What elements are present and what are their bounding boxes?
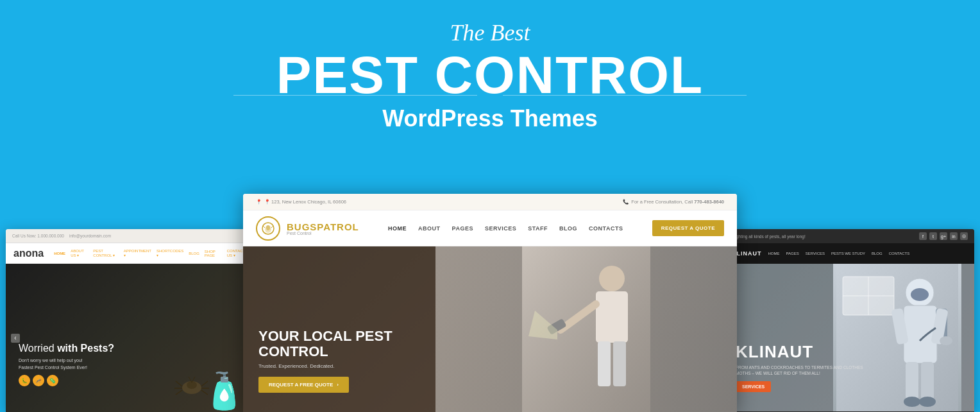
header-subtitle: The Best: [0, 19, 980, 46]
anona-icon-3: 🦠: [47, 375, 58, 386]
klinaut-instagram-icon[interactable]: ◎: [960, 232, 968, 240]
anona-hero-content: Worried with Pests? Don't worry we will …: [19, 342, 114, 386]
bugs-logo-text: BUGSPATROL: [287, 221, 359, 232]
anona-nav-short[interactable]: Shortcodes ▾: [156, 249, 183, 257]
klinaut-nav-contacts[interactable]: CONTACTS: [889, 252, 910, 255]
svg-point-37: [904, 397, 920, 407]
svg-line-4: [176, 390, 182, 395]
svg-rect-29: [904, 305, 937, 363]
klinaut-nav-home[interactable]: HOME: [768, 252, 780, 255]
anona-nav-shop[interactable]: Shop page: [205, 250, 222, 257]
bugs-topbar-right: 📞 For a Free Consultation, Call 770-483-…: [623, 199, 724, 205]
klinaut-twitter-icon[interactable]: t: [929, 232, 937, 240]
bugs-topbar-left: 📍 📍 123, New Lenox Chicago, IL 60606: [256, 199, 346, 205]
bugs-nav-services[interactable]: SERVICES: [485, 225, 516, 232]
bugs-nav-home[interactable]: HOME: [388, 225, 407, 232]
klinaut-nav-services[interactable]: SERVICES: [806, 252, 825, 255]
bugs-topbar: 📍 📍 123, New Lenox Chicago, IL 60606 📞 F…: [243, 194, 737, 210]
bugs-phone: For a Free Consultation, Call 770-483-86…: [631, 199, 724, 205]
svg-point-28: [911, 288, 929, 301]
theme-bugspatrol: 📍 📍 123, New Lenox Chicago, IL 60606 📞 F…: [243, 194, 737, 412]
klinaut-nav-pests[interactable]: PESTS WE STUDY: [831, 252, 865, 255]
anona-logo-text: anona: [13, 248, 44, 259]
header-wp-themes: WordPress Themes: [0, 105, 980, 132]
header-title: PEST CONTROL: [0, 49, 980, 101]
klinaut-hero-content: KLINAUT FROM ANTS AND COCKROACHES TO TER…: [736, 342, 877, 392]
anona-nav-blog[interactable]: Blog: [189, 252, 199, 255]
anona-hero-sub1: Don't worry we will help out you!: [19, 358, 114, 363]
bugs-logo-icon: [256, 216, 280, 241]
klinaut-nav: KLINAUT HOME PAGES SERVICES PESTS WE STU…: [724, 243, 974, 264]
klinaut-social-icons: f t g+ in ◎: [919, 232, 968, 240]
theme-anona: Call Us Now: 1.000.000.000 info@yourdoma…: [6, 229, 256, 412]
anona-topbar-phone: Call Us Now: 1.000.000.000: [12, 234, 64, 238]
anona-hero-sub2: Fastest Pest Control System Ever!: [19, 365, 114, 370]
theme-klinaut: ...fighting all kinds of pests, all year…: [724, 229, 974, 412]
anona-nav-pest[interactable]: Pest Control ▾: [93, 249, 118, 257]
bugs-nav: BUGSPATROL Pest Control HOME ABOUT PAGES…: [243, 210, 737, 246]
svg-line-2: [176, 381, 182, 386]
bugs-nav-items: HOME ABOUT PAGES SERVICES STAFF BLOG CON…: [388, 225, 623, 232]
anona-topbar: Call Us Now: 1.000.000.000 info@yourdoma…: [6, 229, 256, 243]
anona-icon-2: 🦟: [33, 375, 44, 386]
klinaut-gplus-icon[interactable]: g+: [940, 232, 947, 240]
klinaut-hero: KLINAUT FROM ANTS AND COCKROACHES TO TER…: [724, 264, 974, 411]
klinaut-nav-pages[interactable]: PAGES: [786, 252, 799, 255]
anona-logo: anona: [13, 248, 44, 259]
bugs-hero-subtitle: Trusted. Experienced. Dedicated.: [258, 363, 420, 369]
klinaut-facebook-icon[interactable]: f: [919, 232, 927, 240]
spray-can: 🧴: [202, 370, 246, 412]
bugs-nav-about[interactable]: ABOUT: [418, 225, 441, 232]
bugs-nav-staff[interactable]: STAFF: [528, 225, 548, 232]
bugs-logo-text2: PATROL: [317, 221, 359, 232]
themes-container: Call Us Now: 1.000.000.000 info@yourdoma…: [0, 194, 980, 412]
svg-point-33: [884, 339, 897, 348]
bugs-phone-icon: 📞: [623, 199, 629, 205]
bugs-logo-text1: BUGS: [287, 221, 317, 232]
bugs-hero: YOUR LOCAL PEST CONTROL Trusted. Experie…: [243, 246, 737, 412]
svg-point-16: [599, 266, 625, 291]
header-section: The Best PEST CONTROL WordPress Themes: [0, 19, 980, 132]
bugs-hero-left: YOUR LOCAL PEST CONTROL Trusted. Experie…: [243, 246, 435, 412]
svg-rect-17: [596, 291, 628, 343]
svg-point-34: [940, 336, 952, 345]
svg-rect-35: [906, 362, 918, 400]
anona-prev-arrow[interactable]: ‹: [11, 334, 20, 343]
svg-line-13: [263, 226, 265, 228]
bugs-hero-text: YOUR LOCAL PEST CONTROL Trusted. Experie…: [258, 329, 420, 393]
bugs-quote-button[interactable]: REQUEST A QUOTE: [652, 220, 724, 236]
svg-rect-21: [613, 341, 626, 386]
bugs-hero-cta[interactable]: REQUEST A FREE QUOTE ›: [258, 377, 349, 393]
svg-point-38: [919, 397, 936, 407]
bugs-logo-text-area: BUGSPATROL Pest Control: [287, 221, 359, 236]
anona-topbar-email: info@yourdomain.com: [69, 234, 111, 238]
bugs-hero-right: [435, 246, 737, 412]
bugs-nav-contacts[interactable]: CONTACTS: [589, 225, 623, 232]
bugs-address: 📍 123, New Lenox Chicago, IL 60606: [264, 199, 346, 205]
klinaut-nav-blog[interactable]: BLOG: [872, 252, 883, 255]
anona-icons: 🐛 🦟 🦠: [19, 375, 114, 386]
person-svg: [522, 246, 650, 412]
bugs-logo-area: BUGSPATROL Pest Control: [256, 216, 359, 241]
klinaut-topbar-text: ...fighting all kinds of pests, all year…: [731, 234, 806, 239]
svg-rect-20: [598, 341, 611, 386]
person-image: [435, 246, 737, 412]
svg-line-14: [271, 226, 273, 228]
anona-hero-title: Worried with Pests?: [19, 342, 114, 356]
anona-icon-1: 🐛: [19, 375, 30, 386]
svg-point-12: [266, 225, 270, 230]
bugs-nav-pages[interactable]: PAGES: [452, 225, 473, 232]
klinaut-topbar: ...fighting all kinds of pests, all year…: [724, 229, 974, 243]
klinaut-linkedin-icon[interactable]: in: [950, 232, 958, 240]
bugs-nav-blog[interactable]: BLOG: [559, 225, 577, 232]
bugs-hero-title: YOUR LOCAL PEST CONTROL: [258, 329, 420, 359]
bugs-address-icon: 📍: [256, 199, 262, 205]
klinaut-hero-sub: FROM ANTS AND COCKROACHES TO TERMITES AN…: [736, 365, 877, 376]
anona-nav-appt[interactable]: Appointment ▾: [124, 249, 151, 257]
anona-nav-home[interactable]: Home: [54, 252, 65, 255]
anona-nav: anona Home About Us ▾ Pest Control ▾ App…: [6, 243, 256, 264]
klinaut-services-btn[interactable]: SERVICES: [736, 381, 771, 392]
bugs-hero-arrow: ›: [337, 382, 339, 388]
anona-nav-about[interactable]: About Us ▾: [71, 249, 88, 257]
anona-hero: 🧴 ‹ Worried with Pests? Don't worry we w…: [6, 264, 256, 412]
